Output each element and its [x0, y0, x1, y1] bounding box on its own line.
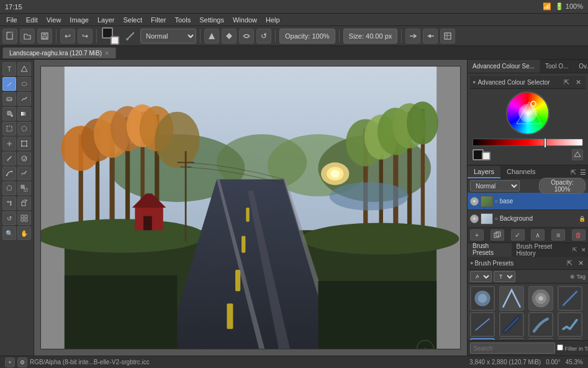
tool-freehand-path[interactable]: [17, 167, 31, 180]
brush-presets-detach[interactable]: ⇱: [571, 245, 579, 255]
redo-button[interactable]: ↪: [78, 29, 93, 44]
tool-smart-patch[interactable]: [17, 152, 31, 165]
menu-item-edit[interactable]: Edit: [22, 15, 42, 25]
blend-mode-select[interactable]: Normal: [140, 29, 196, 44]
panel-tab-ov[interactable]: Ov...: [574, 60, 588, 73]
colour-selector-detach[interactable]: ⇱: [561, 77, 571, 87]
tab-channels[interactable]: Channels: [500, 166, 541, 178]
brush-presets-tabs-bar: Brush Presets Brush Preset History ⇱ ✕: [468, 243, 588, 257]
brush-cell-7[interactable]: [528, 312, 553, 337]
menu-item-file[interactable]: File: [2, 15, 21, 25]
tool-pen-path[interactable]: [2, 167, 16, 180]
colour-wheel[interactable]: [506, 91, 550, 135]
layer-item-base[interactable]: ● α base: [468, 193, 588, 210]
tool-contiguous-select[interactable]: [17, 182, 31, 195]
layer-properties-button[interactable]: ≡: [551, 229, 565, 241]
tab-layers[interactable]: Layers: [468, 166, 500, 178]
brush-cell-2[interactable]: [499, 286, 524, 311]
move-layer-up-button[interactable]: ∧: [531, 229, 545, 241]
tool-crop[interactable]: [2, 196, 16, 210]
statusbar-add-btn[interactable]: +: [5, 357, 15, 367]
tool-eraser[interactable]: [2, 92, 16, 106]
svg-rect-19: [7, 126, 12, 131]
layers-filter[interactable]: ☰: [578, 167, 588, 177]
menu-item-filter[interactable]: Filter: [147, 15, 170, 25]
menu-item-help[interactable]: Help: [262, 15, 284, 25]
tool-rotate[interactable]: ↺: [2, 211, 16, 225]
canvas-container[interactable]: ○: [40, 66, 461, 349]
tool-grid[interactable]: [17, 211, 31, 225]
brush-cell-5[interactable]: [470, 312, 495, 337]
layers-blend-mode-select[interactable]: Normal: [470, 180, 520, 191]
tool-eyedropper[interactable]: [2, 152, 16, 165]
brush-tip-1[interactable]: [204, 29, 219, 44]
open-button[interactable]: [20, 29, 35, 44]
brush-reload-button[interactable]: ↺: [256, 29, 271, 44]
tool-zoom[interactable]: 🔍: [2, 226, 16, 240]
tool-lasso[interactable]: [17, 77, 31, 91]
canvas-tab-main[interactable]: Landscape-raghu.kra (120.7 MiB) ✕: [2, 47, 116, 58]
menu-item-view[interactable]: View: [43, 15, 65, 25]
brush-cell-3[interactable]: [528, 286, 553, 311]
brush-presets-close[interactable]: ✕: [579, 245, 588, 255]
panel-tab-tool[interactable]: Tool O...: [540, 60, 574, 73]
canvas-tab-close[interactable]: ✕: [104, 50, 109, 57]
brush-presets-close2[interactable]: ✕: [576, 258, 586, 268]
layer-visibility-bg[interactable]: ●: [470, 214, 479, 223]
brush-dir-2[interactable]: [423, 29, 438, 44]
save-button[interactable]: [37, 29, 52, 44]
delete-layer-button[interactable]: 🗑: [572, 229, 586, 241]
tool-rect-select[interactable]: [2, 122, 16, 136]
brush-frame-button[interactable]: [440, 29, 455, 44]
brush-presets-detach2[interactable]: ⇱: [564, 258, 574, 268]
svg-rect-11: [445, 33, 451, 39]
brush-search-input[interactable]: [470, 343, 555, 354]
duplicate-layer-button[interactable]: [491, 229, 504, 241]
brush-cell-4[interactable]: [558, 286, 582, 311]
gamut-icon[interactable]: [572, 149, 583, 160]
add-layer-button[interactable]: +: [470, 229, 484, 241]
undo-button[interactable]: ↩: [60, 29, 75, 44]
panel-tab-colour[interactable]: Advanced Colour Se...: [468, 60, 540, 73]
tool-transform[interactable]: [17, 137, 31, 150]
brush-filter-select[interactable]: All: [470, 271, 492, 282]
tool-move[interactable]: ✛: [2, 137, 16, 150]
tool-brush[interactable]: [2, 77, 16, 91]
new-button[interactable]: [2, 29, 17, 44]
tool-pan[interactable]: ✋: [17, 226, 31, 240]
colour-gradient-bar[interactable]: [473, 139, 583, 146]
menu-item-image[interactable]: Image: [66, 15, 93, 25]
statusbar-settings-btn[interactable]: ⚙: [17, 357, 27, 367]
tool-text[interactable]: T: [2, 62, 16, 76]
tool-row-10: [2, 196, 31, 210]
menu-item-layer[interactable]: Layer: [94, 15, 119, 25]
colour-selector-close[interactable]: ✕: [573, 77, 583, 87]
layer-visibility-base[interactable]: ●: [470, 197, 479, 206]
background-swatch[interactable]: [482, 152, 491, 160]
brush-cell-6[interactable]: [499, 312, 524, 337]
tool-transform2[interactable]: [17, 196, 31, 210]
filter-in-tag-checkbox[interactable]: [557, 344, 563, 351]
svg-rect-77: [246, 208, 249, 222]
tool-smudge[interactable]: [17, 92, 31, 106]
menu-item-window[interactable]: Window: [229, 15, 261, 25]
layers-detach[interactable]: ⇱: [568, 167, 578, 177]
merge-layer-button[interactable]: ✓: [511, 229, 525, 241]
menu-item-tools[interactable]: Tools: [171, 15, 195, 25]
brush-cell-1[interactable]: [470, 286, 495, 311]
layer-item-background[interactable]: ● α Background 🔒: [468, 210, 588, 228]
brush-cell-8[interactable]: [558, 312, 582, 337]
brush-dir-1[interactable]: [405, 29, 420, 44]
brush-tag-select[interactable]: Tag: [494, 271, 515, 282]
menu-item-select[interactable]: Select: [119, 15, 146, 25]
tool-ellipse-select[interactable]: [17, 122, 31, 136]
tool-shape[interactable]: [17, 62, 31, 76]
tool-gradient[interactable]: [17, 107, 31, 121]
brush-tip-2[interactable]: [222, 29, 237, 44]
background-color[interactable]: [111, 36, 119, 45]
menu-item-settings[interactable]: Settings: [196, 15, 228, 25]
gradient-handle[interactable]: [544, 138, 546, 148]
brush-tip-3[interactable]: [239, 29, 254, 44]
tool-fill[interactable]: [2, 107, 16, 121]
tool-polygon-select[interactable]: [2, 182, 16, 195]
